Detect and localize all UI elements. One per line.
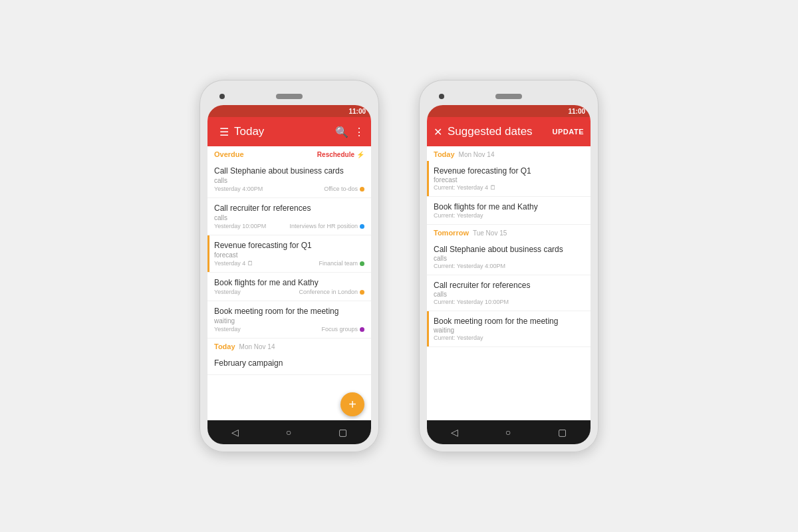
task-subtitle-3: forecast — [214, 251, 364, 259]
task-date-3: Yesterday 4 🗒 — [214, 260, 253, 267]
app-bar-1: ☰ Today 🔍 ⋮ — [207, 117, 371, 146]
task-meta-2: Yesterday 10:00PM Interviews for HR posi… — [214, 223, 364, 229]
task-title-3: Revenue forecasting for Q1 — [214, 241, 364, 250]
phones-container: 11:00 ☰ Today 🔍 ⋮ Overdue Reschedule ⚡ — [200, 80, 598, 452]
status-bar-1: 11:00 — [207, 105, 371, 117]
fab-button[interactable]: + — [340, 392, 364, 416]
task-meta-1: Yesterday 4:00PM Office to-dos — [214, 186, 364, 192]
home-icon-2[interactable]: ○ — [505, 427, 511, 438]
suggested-sub-5: waiting — [434, 327, 584, 334]
phone-2-screen: 11:00 ✕ Suggested dates UPDATE Today Mon… — [427, 105, 591, 444]
today-label: Today — [214, 342, 235, 350]
task-tag-4: Conference in London — [299, 289, 364, 295]
task-title-2: Call recruiter for references — [214, 203, 364, 213]
suggested-current-1: Current: Yesterday 4 🗒 — [434, 184, 584, 191]
app-bar-title-1: Today — [234, 125, 330, 138]
suggested-item-5[interactable]: Book meeting room for the meeting waitin… — [427, 311, 591, 347]
suggested-today-date: Mon Nov 14 — [459, 151, 495, 158]
back-icon-2[interactable]: ◁ — [451, 427, 458, 438]
suggested-today-label: Today — [434, 150, 455, 158]
speaker-notch — [276, 94, 303, 99]
today-task-1[interactable]: February campaign — [207, 353, 371, 375]
suggested-current-3: Current: Yesterday 4:00PM — [434, 263, 584, 269]
suggested-current-4: Current: Yesterday 10:00PM — [434, 299, 584, 305]
suggested-sub-1: forecast — [434, 176, 584, 184]
task-date-1: Yesterday 4:00PM — [214, 186, 263, 192]
home-icon-1[interactable]: ○ — [286, 427, 291, 438]
suggested-tomorrow-header: Tomorrow Tue Nov 15 — [427, 225, 591, 239]
task-item-2[interactable]: Call recruiter for references calls Yest… — [207, 198, 371, 235]
suggested-title-4: Call recruiter for references — [434, 281, 584, 290]
task-item-3[interactable]: Revenue forecasting for Q1 forecast Yest… — [207, 235, 371, 273]
task-subtitle-2: calls — [214, 214, 364, 221]
overdue-label: Overdue — [214, 150, 244, 158]
app-bar-title-2: Suggested dates — [448, 125, 553, 138]
task-tag-3: Financial team — [319, 260, 364, 267]
camera-dot — [219, 94, 225, 99]
suggested-today-header: Today Mon Nov 14 — [427, 146, 591, 161]
today-section: Today Mon Nov 14 — [207, 338, 371, 353]
task-title-1: Call Stephanie about business cards — [214, 166, 364, 176]
suggested-title-2: Book flights for me and Kathy — [434, 202, 584, 211]
more-icon[interactable]: ⋮ — [354, 126, 364, 138]
search-icon[interactable]: 🔍 — [335, 126, 348, 138]
tag-dot-2 — [360, 224, 364, 229]
speaker-notch-2 — [495, 94, 522, 99]
suggested-tomorrow-label: Tomorrow — [434, 229, 469, 237]
phone-1-content: Overdue Reschedule ⚡ Call Stephanie abou… — [207, 146, 371, 420]
tag-dot-1 — [360, 187, 364, 192]
phone-2-content: Today Mon Nov 14 Revenue forecasting for… — [427, 146, 591, 420]
task-tag-1: Office to-dos — [324, 186, 364, 192]
suggested-item-4[interactable]: Call recruiter for references calls Curr… — [427, 275, 591, 311]
task-meta-5: Yesterday Focus groups — [214, 326, 364, 332]
suggested-current-2: Current: Yesterday — [434, 212, 584, 219]
today-date: Mon Nov 14 — [239, 343, 275, 350]
update-button[interactable]: UPDATE — [553, 128, 584, 136]
tag-dot-3 — [360, 261, 364, 266]
reschedule-button[interactable]: Reschedule ⚡ — [317, 151, 364, 158]
task-title-4: Book flights for me and Kathy — [214, 278, 364, 287]
task-subtitle-5: waiting — [214, 317, 364, 325]
tag-dot-4 — [360, 290, 364, 295]
status-time-1: 11:00 — [348, 108, 366, 115]
suggested-sub-4: calls — [434, 291, 584, 298]
today-task-title: February campaign — [214, 358, 364, 368]
phone-top-hardware-2 — [427, 88, 591, 105]
task-date-4: Yesterday — [214, 289, 241, 295]
overdue-section-header: Overdue Reschedule ⚡ — [207, 146, 371, 161]
suggested-current-5: Current: Yesterday — [434, 334, 584, 341]
back-icon-1[interactable]: ◁ — [231, 427, 239, 438]
task-title-5: Book meeting room for the meeting — [214, 307, 364, 316]
task-tag-5: Focus groups — [321, 326, 364, 332]
app-bar-2: ✕ Suggested dates UPDATE — [427, 117, 591, 146]
task-item-1[interactable]: Call Stephanie about business cards call… — [207, 161, 371, 198]
phone-1: 11:00 ☰ Today 🔍 ⋮ Overdue Reschedule ⚡ — [200, 80, 379, 452]
status-time-2: 11:00 — [568, 108, 585, 115]
camera-dot-2 — [439, 94, 444, 99]
suggested-title-1: Revenue forecasting for Q1 — [434, 166, 584, 176]
phone-1-screen: 11:00 ☰ Today 🔍 ⋮ Overdue Reschedule ⚡ — [207, 105, 371, 444]
suggested-title-3: Call Stephanie about business cards — [434, 245, 584, 254]
menu-icon[interactable]: ☰ — [219, 126, 229, 138]
recent-icon-1[interactable]: ▢ — [338, 427, 347, 438]
tag-dot-5 — [360, 327, 364, 332]
nav-bar-2: ◁ ○ ▢ — [427, 420, 591, 444]
task-meta-3: Yesterday 4 🗒 Financial team — [214, 260, 364, 267]
suggested-title-5: Book meeting room for the meeting — [434, 317, 584, 326]
status-bar-2: 11:00 — [427, 105, 591, 117]
task-item-4[interactable]: Book flights for me and Kathy Yesterday … — [207, 273, 371, 301]
suggested-tomorrow-date: Tue Nov 15 — [473, 229, 507, 237]
phone-2: 11:00 ✕ Suggested dates UPDATE Today Mon… — [419, 80, 598, 452]
suggested-item-2[interactable]: Book flights for me and Kathy Current: Y… — [427, 197, 591, 225]
suggested-item-3[interactable]: Call Stephanie about business cards call… — [427, 239, 591, 275]
suggested-sub-3: calls — [434, 255, 584, 262]
task-subtitle-1: calls — [214, 177, 364, 184]
close-icon[interactable]: ✕ — [434, 126, 442, 138]
suggested-item-1[interactable]: Revenue forecasting for Q1 forecast Curr… — [427, 161, 591, 197]
task-tag-2: Interviews for HR position — [289, 223, 364, 229]
task-item-5[interactable]: Book meeting room for the meeting waitin… — [207, 301, 371, 338]
recent-icon-2[interactable]: ▢ — [558, 427, 567, 438]
phone-top-hardware — [207, 88, 371, 105]
nav-bar-1: ◁ ○ ▢ — [207, 420, 371, 444]
task-date-5: Yesterday — [214, 326, 241, 332]
